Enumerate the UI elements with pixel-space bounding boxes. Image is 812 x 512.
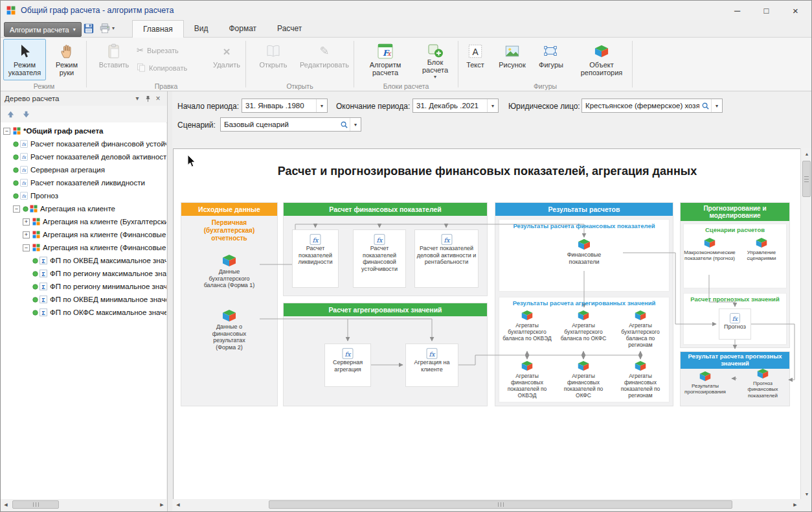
scroll-up-icon[interactable]: ▲ bbox=[801, 148, 812, 159]
pointer-mode-button[interactable]: Режим указателя bbox=[3, 39, 46, 80]
chevron-down-icon[interactable]: ▾ bbox=[132, 93, 142, 104]
dropdown-icon[interactable]: ▾ bbox=[316, 99, 327, 112]
maximize-button[interactable]: □ bbox=[752, 1, 781, 20]
collapse-icon[interactable]: − bbox=[3, 128, 10, 135]
dropdown-icon[interactable]: ▾ bbox=[711, 99, 722, 112]
calc-block-button[interactable]: Блок расчета ▾ bbox=[415, 39, 455, 80]
tab-view[interactable]: Вид bbox=[184, 20, 219, 37]
tree-item[interactable]: fxПрогноз bbox=[1, 189, 166, 202]
move-up-icon[interactable] bbox=[3, 108, 17, 121]
tree-item[interactable]: fxРасчет показателей финансовой устойчив… bbox=[1, 137, 166, 150]
diagram-node-fin-forecast[interactable]: Прогноз финансовых показателей bbox=[738, 368, 787, 399]
ribbon: Режим указателя Режим руки Вставить ✂ Вы… bbox=[1, 38, 811, 91]
diagram-node-client-agg[interactable]: fx Агрегация на клиенте bbox=[405, 343, 458, 387]
diagram-node-fp-region[interactable]: Агрегаты финансовых показателей по регио… bbox=[614, 360, 667, 399]
edit-button[interactable]: ✎ Редактировать bbox=[297, 39, 352, 80]
shapes-button[interactable]: Фигуры bbox=[536, 39, 567, 80]
diagram-canvas[interactable]: Расчет и прогнозирование финансовых пока… bbox=[173, 148, 802, 500]
tree-item[interactable]: ΣФП по ОКФС максимальное значение bbox=[1, 306, 166, 319]
tab-format[interactable]: Формат bbox=[218, 20, 267, 37]
search-icon[interactable] bbox=[338, 118, 350, 131]
diagram-node-bal-region[interactable]: Агрегаты бухгалтерского баланса по регио… bbox=[614, 310, 667, 348]
tab-home[interactable]: Главная bbox=[132, 20, 184, 38]
pin-icon[interactable] bbox=[142, 93, 153, 104]
scroll-down-icon[interactable]: ▼ bbox=[801, 489, 812, 499]
save-icon[interactable] bbox=[83, 23, 95, 34]
hand-mode-button[interactable]: Режим руки bbox=[49, 39, 85, 80]
tree-item[interactable]: fxРасчет показателей ликвидности bbox=[1, 176, 166, 189]
tree-item[interactable]: fxСерверная агрегация bbox=[1, 163, 166, 176]
period-start-input[interactable]: 31. Январь .1980 ▾ bbox=[242, 99, 328, 113]
canvas-hscrollbar[interactable]: ◀ ▶ bbox=[173, 499, 800, 510]
diagram-node-server-agg[interactable]: fx Серверная агрегация bbox=[324, 343, 371, 387]
app-menu-button[interactable]: Алгоритм расчета▾ bbox=[4, 22, 82, 37]
scroll-left-icon[interactable]: ◀ bbox=[1, 499, 11, 510]
tree-item[interactable]: +Агрегация на клиенте (Финансовые показа… bbox=[1, 228, 166, 241]
scroll-right-icon[interactable]: ▶ bbox=[157, 499, 167, 510]
diagram-node-forecast[interactable]: fx Прогноз bbox=[719, 308, 751, 340]
minimize-button[interactable]: ─ bbox=[723, 1, 752, 20]
panel-splitter[interactable] bbox=[168, 91, 172, 512]
text-button[interactable]: A Текст bbox=[462, 39, 489, 80]
calc-algorithm-button[interactable]: Fx Алгоритм расчета bbox=[361, 39, 410, 80]
diagram-node-fp-okved[interactable]: Агрегаты финансовых показателей по ОКВЭД bbox=[501, 360, 553, 399]
move-down-icon[interactable] bbox=[19, 108, 33, 121]
cut-button[interactable]: ✂ Вырезать bbox=[137, 46, 179, 54]
delete-button[interactable]: × Удалить bbox=[209, 39, 244, 80]
open-button[interactable]: Открыть bbox=[253, 39, 293, 80]
scenario-input[interactable]: Базовый сценарий ▾ bbox=[220, 117, 361, 132]
picture-button[interactable]: Рисунок bbox=[494, 39, 530, 80]
dropdown-icon[interactable]: ▾ bbox=[350, 118, 361, 131]
tree-item[interactable]: ΣФП по ОКВЕД минимальное значение bbox=[1, 293, 166, 306]
canvas-vscroll-thumb[interactable] bbox=[802, 161, 811, 197]
tree-item[interactable]: ΣФП по ОКВЕД максимальное значение bbox=[1, 254, 166, 267]
tab-calc[interactable]: Расчет bbox=[267, 20, 312, 37]
dropdown-icon[interactable]: ▾ bbox=[487, 99, 498, 112]
tree-hscrollbar[interactable]: ◀ ▶ bbox=[1, 499, 167, 510]
tree-item[interactable]: +Агрегация на клиенте (Бухгалтерский бал… bbox=[1, 215, 166, 228]
tree-hscroll-thumb[interactable] bbox=[12, 500, 59, 509]
diagram-node-bal-okved[interactable]: Агрегаты бухгалтерского баланса по ОКВЭД bbox=[501, 310, 553, 342]
diagram-node-liquidity[interactable]: fx Расчет показателей ликвидности bbox=[292, 229, 339, 288]
tree-item[interactable]: ΣФП по региону максимальное значение bbox=[1, 267, 166, 280]
svg-text:Σ: Σ bbox=[41, 271, 45, 277]
node-status-icon bbox=[13, 141, 19, 147]
tree-item[interactable]: fxРасчет показателей деловой активности bbox=[1, 150, 166, 163]
close-button[interactable]: × bbox=[781, 1, 810, 20]
collapse-icon[interactable]: − bbox=[23, 244, 30, 251]
collapse-icon[interactable]: − bbox=[13, 205, 20, 213]
expand-icon[interactable]: + bbox=[23, 231, 30, 239]
diagram-node-form2[interactable]: Данные о финансовых результатах (Форма 2… bbox=[184, 309, 275, 351]
paste-button[interactable]: Вставить bbox=[96, 39, 131, 80]
diagram-node-forecast-results[interactable]: Результаты прогнозирования bbox=[682, 371, 728, 395]
cursor-icon bbox=[17, 41, 32, 61]
diagram-node-fin-indicators[interactable]: Финансовые показатели bbox=[561, 239, 607, 265]
diagram-node-macro[interactable]: Макроэкономические показатели (прогноз) bbox=[684, 237, 735, 262]
canvas-vscrollbar[interactable]: ▲ ▼ bbox=[800, 148, 812, 499]
tree-item[interactable]: −*Общий граф расчета bbox=[1, 124, 166, 137]
cube-icon bbox=[756, 237, 767, 248]
diagram-node-activity[interactable]: fx Расчет показателей деловой активности… bbox=[414, 229, 479, 288]
repo-object-button[interactable]: Объект репозитория bbox=[576, 39, 627, 80]
scroll-left-icon[interactable]: ◀ bbox=[173, 499, 183, 510]
legal-entity-input[interactable]: Крестьянское (фермерское) хозя ▾ bbox=[581, 99, 723, 113]
period-end-input[interactable]: 31. Декабрь .2021 ▾ bbox=[412, 99, 499, 113]
tree-item[interactable]: ΣФП по региону минимальное значение bbox=[1, 280, 166, 293]
diagram-node-form1[interactable]: Данные бухгалтерского баланса (Форма 1) bbox=[184, 254, 275, 289]
calc-tree[interactable]: −*Общий граф расчетаfxРасчет показателей… bbox=[1, 122, 166, 502]
diagram-node-fp-okfs[interactable]: Агрегаты финансовых показателей по ОКФС bbox=[558, 360, 609, 399]
calc-block-dropdown-icon[interactable]: ▾ bbox=[434, 75, 436, 80]
sigma-icon: Σ bbox=[39, 283, 47, 290]
canvas-hscroll-thumb[interactable] bbox=[269, 500, 732, 509]
copy-button[interactable]: Копировать bbox=[137, 63, 187, 73]
panel-close-icon[interactable]: × bbox=[153, 93, 163, 104]
diagram-node-bal-okfs[interactable]: Агрегаты бухгалтерского баланса по ОКФС bbox=[558, 310, 609, 342]
expand-icon[interactable]: + bbox=[23, 218, 30, 226]
print-icon[interactable]: ▾ bbox=[99, 23, 115, 34]
tree-item[interactable]: −Агрегация на клиенте bbox=[1, 202, 166, 215]
diagram-node-stability[interactable]: fx Расчет показателей финансовой устойчи… bbox=[353, 229, 406, 288]
diagram-node-scenario-mgmt[interactable]: Управление сценариями bbox=[736, 237, 787, 262]
search-icon[interactable] bbox=[699, 99, 711, 112]
scroll-right-icon[interactable]: ▶ bbox=[790, 499, 800, 510]
tree-item[interactable]: −Агрегация на клиенте (Финансовые показа… bbox=[1, 241, 166, 254]
